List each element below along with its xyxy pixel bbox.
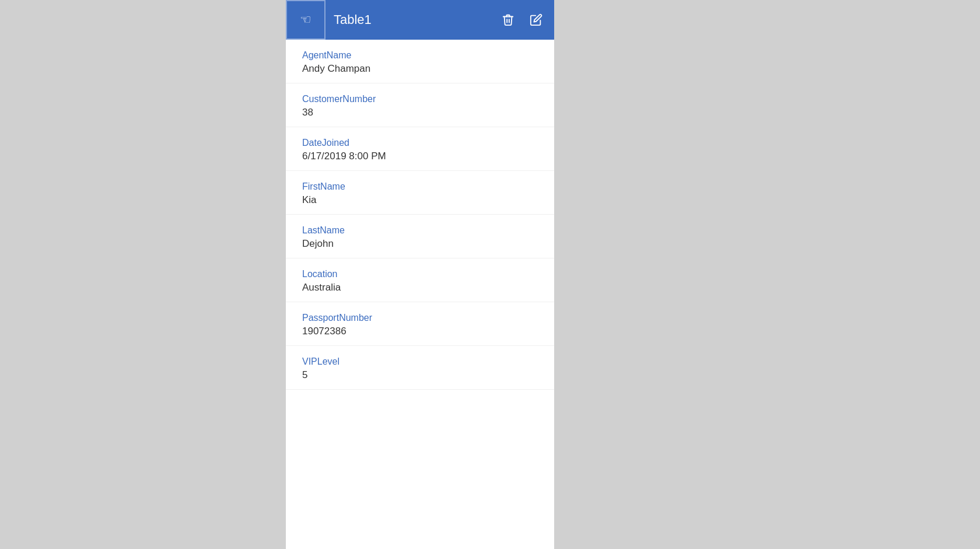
field-value: Dejohn bbox=[302, 238, 538, 250]
field-group: FirstNameKia bbox=[286, 171, 554, 215]
back-button[interactable]: ☜ bbox=[286, 0, 326, 40]
field-group: PassportNumber19072386 bbox=[286, 302, 554, 346]
field-group: AgentNameAndy Champan bbox=[286, 40, 554, 83]
panel-header: ☜ Table1 bbox=[286, 0, 554, 40]
field-value: Andy Champan bbox=[302, 63, 538, 75]
field-value: 38 bbox=[302, 107, 538, 118]
field-label: DateJoined bbox=[302, 138, 538, 148]
detail-panel: ☜ Table1 AgentNameAndy ChampanC bbox=[286, 0, 554, 549]
field-label: VIPLevel bbox=[302, 356, 538, 367]
delete-button[interactable] bbox=[499, 11, 517, 29]
field-group: CustomerNumber38 bbox=[286, 83, 554, 127]
pencil-icon bbox=[530, 13, 542, 26]
panel-content: AgentNameAndy ChampanCustomerNumber38Dat… bbox=[286, 40, 554, 549]
edit-button[interactable] bbox=[527, 11, 545, 29]
field-label: FirstName bbox=[302, 181, 538, 192]
trash-icon bbox=[502, 13, 514, 26]
field-value: 6/17/2019 8:00 PM bbox=[302, 151, 538, 162]
field-value: Kia bbox=[302, 194, 538, 206]
field-label: PassportNumber bbox=[302, 313, 538, 323]
field-group: DateJoined6/17/2019 8:00 PM bbox=[286, 127, 554, 171]
field-label: Location bbox=[302, 269, 538, 279]
back-icon: ☜ bbox=[300, 12, 312, 27]
field-group: LastNameDejohn bbox=[286, 215, 554, 258]
field-label: LastName bbox=[302, 225, 538, 236]
field-group: VIPLevel5 bbox=[286, 346, 554, 390]
field-value: 5 bbox=[302, 369, 538, 381]
field-label: AgentName bbox=[302, 50, 538, 61]
panel-title: Table1 bbox=[326, 12, 499, 27]
field-label: CustomerNumber bbox=[302, 94, 538, 104]
field-group: LocationAustralia bbox=[286, 258, 554, 302]
field-value: 19072386 bbox=[302, 326, 538, 337]
field-value: Australia bbox=[302, 282, 538, 293]
header-actions bbox=[499, 11, 554, 29]
